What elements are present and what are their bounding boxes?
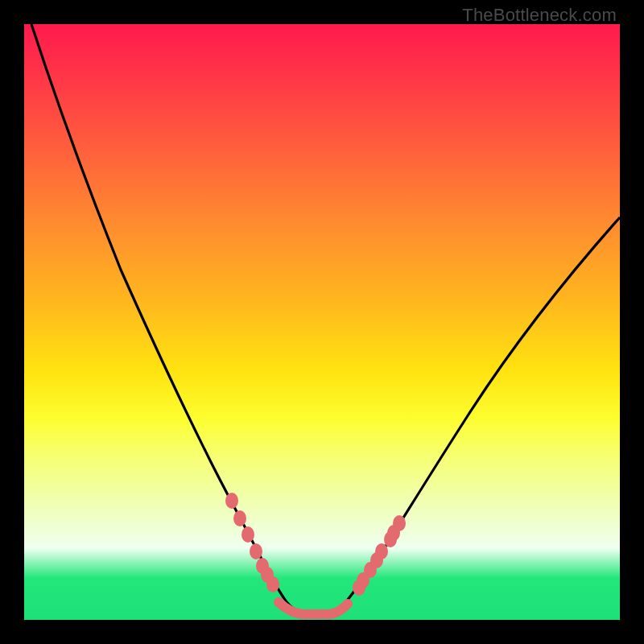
svg-point-1 (233, 510, 246, 526)
svg-point-11 (375, 543, 388, 559)
svg-point-3 (250, 543, 262, 559)
curve-path (31, 24, 620, 616)
bottleneck-curve (24, 24, 620, 620)
svg-point-14 (393, 515, 406, 531)
svg-point-2 (242, 526, 254, 543)
svg-point-0 (225, 493, 238, 509)
right-dot-cluster (353, 515, 406, 596)
svg-point-6 (266, 576, 279, 592)
chart-frame: TheBottleneck.com (0, 0, 644, 644)
plot-area (24, 24, 620, 620)
watermark-text: TheBottleneck.com (462, 5, 617, 26)
